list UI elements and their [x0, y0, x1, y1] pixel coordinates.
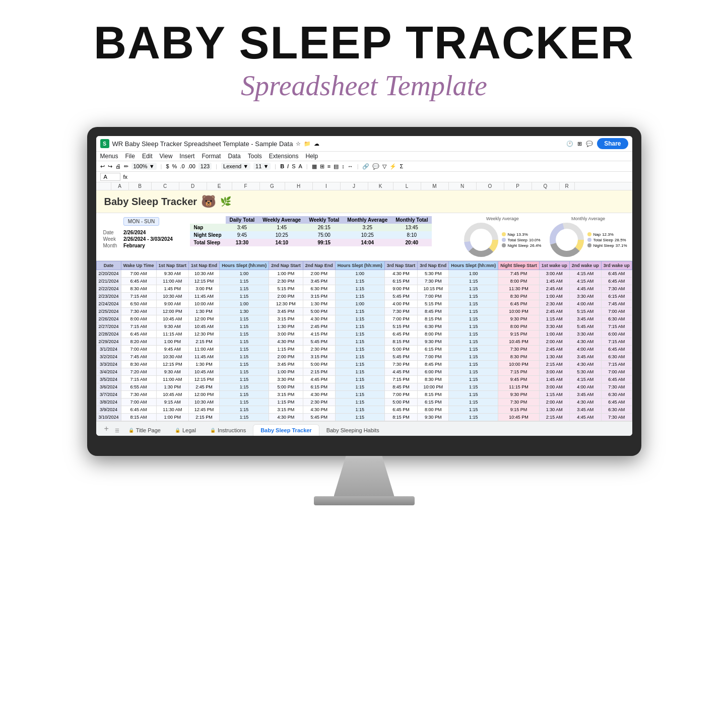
tab-title-page[interactable]: 🔒 Title Page	[121, 425, 168, 436]
color-btn[interactable]: A	[299, 163, 302, 169]
menu-file[interactable]: File	[125, 153, 135, 160]
percent-btn[interactable]: %	[172, 163, 177, 169]
align-btn[interactable]: ≡	[327, 163, 330, 169]
sep3: |	[275, 163, 276, 169]
sort-btn[interactable]: ⚡	[389, 163, 396, 170]
fontsize-dropdown[interactable]: 11 ▼	[253, 163, 271, 170]
col-nap1-start: 1st Nap Start	[156, 261, 189, 270]
format-dropdown[interactable]: 123	[198, 163, 212, 170]
filter-btn[interactable]: ▽	[382, 163, 386, 170]
col-p[interactable]: P	[504, 182, 532, 190]
hamburger-icon[interactable]: ☰	[113, 425, 121, 436]
menu-help[interactable]: Help	[305, 153, 318, 160]
valign-btn[interactable]: ▤	[334, 163, 339, 170]
rotate-btn[interactable]: ↕	[342, 163, 345, 169]
monitor-wrapper: S WR Baby Sleep Tracker Spreadsheet Temp…	[87, 127, 641, 505]
tab-baby-sleep-tracker[interactable]: Baby Sleep Tracker	[253, 424, 319, 436]
nap-monthly-avg: 3:25	[343, 224, 391, 231]
menu-extensions[interactable]: Extensions	[269, 153, 299, 160]
menu-insert[interactable]: Insert	[179, 153, 194, 160]
date-label: Date	[101, 229, 121, 236]
menu-edit[interactable]: Edit	[142, 153, 153, 160]
tab-instructions[interactable]: 🔒 Instructions	[203, 425, 253, 436]
col-j[interactable]: J	[341, 182, 368, 190]
monthly-donut-chart	[549, 222, 584, 257]
stats-header-monthly-avg: Monthly Average	[343, 216, 391, 224]
date-value: 2/26/2024	[121, 229, 182, 236]
strikethrough-btn[interactable]: S	[292, 163, 295, 169]
table-row: 2/23/20247:15 AM10:30 AM11:45 AM1:152:00…	[96, 293, 632, 300]
bold-btn[interactable]: B	[280, 163, 284, 169]
col-nap3-end: 3rd Nap End	[418, 261, 449, 270]
table-row: 2/26/20248:00 AM10:45 AM12:00 PM1:153:15…	[96, 315, 632, 323]
tab-legal[interactable]: 🔒 Legal	[168, 425, 203, 436]
monthly-total-label: Total Sleep	[593, 238, 613, 242]
italic-btn[interactable]: I	[287, 163, 289, 169]
sheets-icon: S	[100, 139, 109, 148]
comment-btn[interactable]: 💬	[372, 163, 379, 170]
col-i[interactable]: I	[313, 182, 341, 190]
week-dropdown[interactable]: MON - SUN	[101, 216, 182, 225]
summary-section: MON - SUN Date 2/26/2024 Week 2/26/2024 …	[96, 213, 632, 261]
menu-data[interactable]: Data	[228, 153, 240, 160]
redo-icon[interactable]: ↪	[108, 163, 112, 170]
col-l[interactable]: L	[393, 182, 421, 190]
col-m[interactable]: M	[421, 182, 449, 190]
table-row: 2/25/20247:30 AM12:00 PM1:30 PM1:303:45 …	[96, 308, 632, 315]
col-wake1: 1st wake up	[539, 261, 569, 270]
col-k[interactable]: K	[368, 182, 393, 190]
table-row: 2/22/20248:30 AM1:45 PM3:00 PM1:155:15 P…	[96, 285, 632, 293]
borders-btn[interactable]: ▦	[312, 163, 317, 170]
col-h[interactable]: H	[285, 182, 313, 190]
decimal1-btn[interactable]: .0	[180, 163, 184, 169]
plant-emoji: 🌿	[220, 196, 231, 207]
night-weekly-total: 75:00	[305, 231, 343, 239]
table-row: 3/8/20247:00 AM9:15 AM10:30 AM1:151:15 P…	[96, 399, 632, 406]
col-nap2-end: 2nd Nap End	[303, 261, 335, 270]
tab-legal-label: Legal	[182, 427, 196, 433]
col-nap3-start: 3rd Nap Start	[384, 261, 418, 270]
weekly-legend: Nap 13.3% Total Sleep 10.0%	[502, 232, 541, 248]
col-g[interactable]: G	[260, 182, 285, 190]
col-o[interactable]: O	[477, 182, 504, 190]
table-row: 2/28/20246:45 AM11:15 AM12:30 PM1:153:00…	[96, 330, 632, 338]
menu-format[interactable]: Format	[202, 153, 221, 160]
col-a[interactable]: A	[111, 182, 129, 190]
col-b[interactable]: B	[129, 182, 152, 190]
stats-header-weekly-avg: Weekly Average	[258, 216, 305, 224]
col-f[interactable]: F	[232, 182, 260, 190]
share-button[interactable]: Share	[597, 138, 628, 149]
tab-sleeping-habits[interactable]: Baby Sleeping Habits	[319, 425, 386, 436]
month-value: February	[121, 242, 182, 249]
font-dropdown[interactable]: Lexend ▼	[221, 163, 250, 170]
currency-btn[interactable]: $	[166, 163, 169, 169]
print-icon[interactable]: 🖨	[115, 163, 121, 169]
night-monthly-avg: 10:25	[343, 231, 391, 239]
menu-view[interactable]: View	[160, 153, 173, 160]
nap-daily: 3:45	[226, 224, 259, 231]
merge-btn[interactable]: ⊞	[320, 163, 324, 170]
column-headers: A B C D E F G H I J K L M N O P Q R	[96, 182, 632, 190]
col-r[interactable]: R	[560, 182, 575, 190]
decimal2-btn[interactable]: .00	[188, 163, 195, 169]
col-c[interactable]: C	[152, 182, 179, 190]
weekly-night-pct: 26.4%	[530, 243, 542, 248]
menu-tools[interactable]: Tools	[248, 153, 262, 160]
table-row: 2/21/20246:45 AM11:00 AM12:15 PM1:152:30…	[96, 278, 632, 285]
col-e[interactable]: E	[207, 182, 232, 190]
col-n[interactable]: N	[449, 182, 477, 190]
col-q[interactable]: Q	[532, 182, 560, 190]
undo-icon[interactable]: ↩	[100, 163, 105, 170]
wrap-btn[interactable]: ↔	[348, 163, 353, 169]
sep2: |	[216, 163, 217, 169]
menu-menus[interactable]: Menus	[100, 153, 118, 160]
zoom-dropdown[interactable]: 100% ▼	[131, 163, 157, 170]
add-sheet-button[interactable]: +	[100, 422, 113, 436]
link-btn[interactable]: 🔗	[362, 163, 369, 170]
paint-icon[interactable]: ✏	[124, 163, 128, 170]
monthly-chart: Monthly Average	[549, 216, 627, 257]
tab-baby-sleep-label: Baby Sleep Tracker	[260, 427, 312, 433]
formula-btn[interactable]: Σ	[400, 163, 403, 169]
col-d[interactable]: D	[179, 182, 207, 190]
cell-reference[interactable]: A	[100, 173, 120, 181]
